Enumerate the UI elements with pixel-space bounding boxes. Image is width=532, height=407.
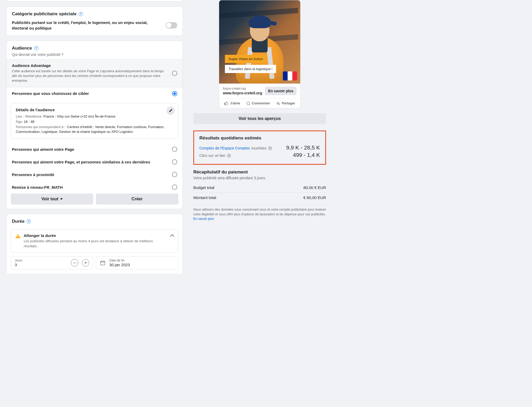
audience-age-value: 18 - 46: [24, 120, 34, 124]
ad-cta-button[interactable]: En savoir plus: [265, 87, 297, 95]
france-flag-icon: [283, 71, 297, 80]
comment-icon: [246, 101, 250, 105]
clicks-value: 499 - 1,4 K: [293, 152, 320, 158]
ad-headline: www.forpro-creteil.org: [223, 91, 262, 95]
warning-icon: [15, 234, 21, 238]
help-icon[interactable]: [79, 12, 83, 16]
audience-loc-label: Lieu - Résidence:: [16, 114, 43, 118]
payment-summary: Récapitulatif du paiement Votre publicit…: [193, 169, 326, 221]
audience-details-title: Détails de l'audience: [16, 108, 173, 112]
days-label: Jours: [15, 259, 22, 262]
ad-tag-1: Super Vision en Action: [225, 55, 267, 63]
budget-label: Budget total: [193, 185, 214, 190]
estimated-accounts-row: Comptes de l'Espace Comptes touchées 9,9…: [199, 144, 320, 151]
info-icon[interactable]: [227, 154, 231, 158]
chevron-up-icon: [170, 234, 175, 239]
special-ad-category-desc: Publicités portant sur le crédit, l'empl…: [12, 20, 161, 31]
accounts-suffix: touchées: [252, 146, 267, 150]
create-label: Créer: [132, 197, 143, 201]
audience-option-advantage[interactable]: Audience Advantage Cette audience est ba…: [7, 59, 183, 87]
end-date-value: 30 jan 2023: [109, 263, 130, 267]
info-icon[interactable]: [268, 146, 272, 150]
ad-preview-card: Super Vision en Action Travaillez dans l…: [219, 0, 301, 108]
svg-rect-0: [101, 261, 105, 265]
share-icon: [276, 101, 280, 105]
audience-match-label: Personnes qui correspondent à ::: [16, 125, 67, 129]
total-label: Montant total: [193, 195, 216, 200]
ad-preview-image: Super Vision en Action Travaillez dans l…: [219, 0, 300, 84]
audience-option-nearby[interactable]: Personnes à proximité: [7, 168, 183, 181]
total-value: € 80,00 EUR: [303, 195, 326, 200]
create-button[interactable]: Créer: [96, 193, 178, 205]
pencil-icon: [169, 109, 173, 113]
accounts-link[interactable]: Comptes de l'Espace Comptes: [199, 146, 250, 150]
total-row: Montant total € 80,00 EUR: [193, 193, 326, 202]
days-minus-button[interactable]: −: [71, 259, 78, 267]
extend-desc: Les publicités diffusées pendant au moin…: [24, 239, 168, 248]
audience-custom-label: Personnes que vous choisissez de cibler: [12, 91, 89, 96]
budget-row: Budget total 80,00 € EUR: [193, 183, 326, 193]
accounts-value: 9,9 K - 28,5 K: [286, 144, 320, 151]
share-label: Partager: [282, 101, 295, 105]
like-action[interactable]: J'aime: [224, 101, 240, 105]
duration-card: Durée Allonger la durée Les publicités d…: [6, 214, 183, 273]
audience-nearby-label: Personnes à proximité: [12, 172, 54, 177]
special-ad-category-title: Catégorie publicitaire spéciale: [12, 11, 177, 17]
disclaimer-text: Nous utilisons des données vous concerna…: [193, 208, 326, 216]
see-all-previews-button[interactable]: Voir tous les aperçus: [193, 113, 326, 124]
special-ad-category-card: Catégorie publicitaire spéciale Publicit…: [6, 6, 183, 36]
radio-advantage[interactable]: [172, 71, 177, 76]
days-input[interactable]: Jours 3 − +: [11, 256, 93, 269]
audience-option-like-similar[interactable]: Personnes qui aiment votre Page, et pers…: [7, 156, 183, 168]
like-label: J'aime: [230, 101, 240, 105]
special-ad-category-toggle[interactable]: [166, 22, 177, 28]
days-plus-button[interactable]: +: [82, 259, 89, 267]
radio-like-similar[interactable]: [172, 159, 177, 164]
audience-option-saved[interactable]: Remise à niveau-FR_MATH: [7, 181, 183, 193]
audience-option-custom[interactable]: Personnes que vous choisissez de cibler: [7, 87, 183, 100]
clicks-label: Clics sur un lien: [199, 153, 225, 158]
audience-age-label: Âge:: [16, 120, 24, 124]
audience-card: Audience Qui devrait voir votre publicit…: [6, 41, 183, 209]
extend-duration-alert[interactable]: Allonger la durée Les publicités diffusé…: [11, 229, 178, 252]
learn-more-link[interactable]: En savoir plus: [193, 217, 214, 221]
comment-action[interactable]: Commenter: [246, 101, 270, 105]
cropped-card-top: [6, 0, 183, 2]
like-icon: [224, 101, 228, 105]
see-all-button[interactable]: Voir tout: [11, 193, 93, 205]
days-value: 3: [15, 263, 22, 267]
audience-option-like-page[interactable]: Personnes qui aiment votre Page: [7, 143, 183, 156]
audience-advantage-label: Audience Advantage: [12, 63, 168, 68]
duration-title: Durée: [12, 219, 177, 224]
budget-value: 80,00 € EUR: [303, 185, 326, 190]
audience-label: Audience: [12, 46, 32, 51]
help-icon[interactable]: [34, 46, 38, 50]
audience-saved-label: Remise à niveau-FR_MATH: [12, 185, 63, 190]
end-date-input[interactable]: Date de fin 30 jan 2023: [96, 256, 178, 269]
see-all-label: Voir tout: [41, 197, 58, 201]
ad-domain: forpro-creteil.org: [223, 87, 262, 90]
audience-match: Personnes qui correspondent à :: Centres…: [16, 125, 173, 134]
payment-disclaimer: Nous utilisons des données vous concerna…: [193, 205, 326, 221]
audience-loc-value: France : Vitry-sur-Seine (+32 km) Île-de…: [43, 114, 115, 118]
calendar-icon: [100, 260, 106, 266]
help-icon[interactable]: [27, 219, 31, 224]
audience-like-similar-label: Personnes qui aiment votre Page, et pers…: [12, 160, 150, 164]
duration-label: Durée: [12, 219, 24, 224]
audience-subtitle: Qui devrait voir votre publicité ?: [12, 52, 177, 57]
audience-like-page-label: Personnes qui aiment votre Page: [12, 147, 74, 152]
audience-details-box: Détails de l'audience Lieu - Résidence: …: [11, 103, 178, 139]
special-ad-category-label: Catégorie publicitaire spéciale: [12, 11, 77, 17]
radio-like-page[interactable]: [172, 147, 177, 152]
audience-location: Lieu - Résidence: France : Vitry-sur-Sei…: [16, 114, 173, 119]
estimated-results-title: Résultats quotidiens estimés: [199, 135, 320, 141]
estimated-clicks-row: Clics sur un lien 499 - 1,4 K: [199, 152, 320, 158]
chevron-down-icon: [60, 198, 63, 200]
radio-nearby[interactable]: [172, 172, 177, 177]
end-date-label: Date de fin: [109, 259, 130, 262]
radio-saved[interactable]: [172, 185, 177, 190]
payment-subtitle: Votre publicité sera diffusée pendant 3 …: [193, 176, 326, 180]
edit-audience-button[interactable]: [166, 106, 175, 115]
share-action[interactable]: Partager: [276, 101, 295, 105]
radio-custom[interactable]: [172, 91, 177, 96]
